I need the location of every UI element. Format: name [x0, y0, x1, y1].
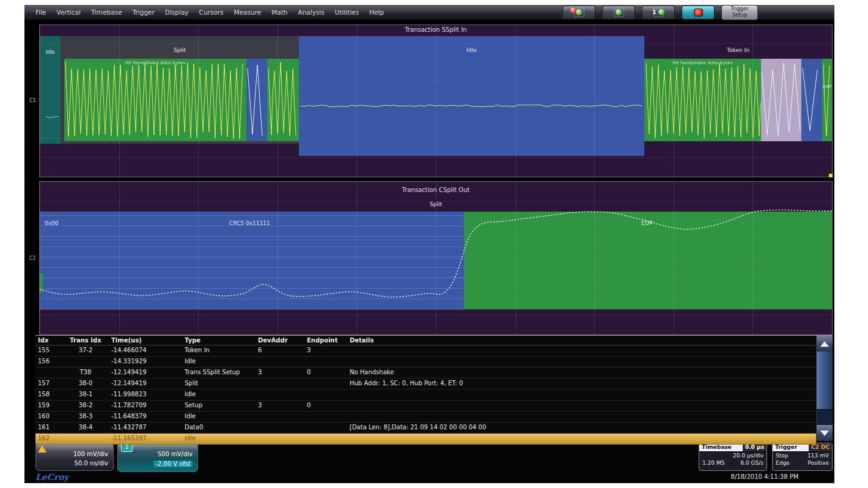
decode-table: IdxTrans IdxTime(us)TypeDevAddrEndpointD… — [35, 335, 833, 441]
region-label: EOP — [641, 220, 652, 226]
table-cell: 0 — [307, 368, 311, 377]
menu-bar: FileVerticalTimebaseTriggerDisplayCursor… — [24, 5, 834, 20]
single-one-icon: 1 — [652, 9, 656, 15]
scroll-up-button[interactable] — [817, 336, 833, 352]
channel-c1-descriptor[interactable]: 100 mV/div 50.0 ns/div — [35, 443, 114, 471]
waveform-start-marker — [40, 273, 43, 293]
timebase-rate: 6.0 GS/s — [740, 460, 763, 467]
table-cell: 3 — [258, 401, 262, 410]
table-header-cell: Trans Idx — [66, 336, 105, 346]
table-cell: No Handshake — [350, 368, 394, 377]
scrollbar-thumb[interactable] — [817, 352, 833, 410]
trigger-type: Edge — [776, 460, 790, 467]
menu-item-analysis[interactable]: Analysis — [298, 9, 324, 16]
arrow-down-icon — [820, 431, 829, 436]
table-cell: -11.165397 — [111, 434, 147, 443]
menu-item-trigger[interactable]: Trigger — [133, 9, 155, 16]
trigger-time-marker — [829, 174, 833, 177]
table-cell: -11.432787 — [111, 423, 147, 432]
region-idle-mid: Idle — [299, 36, 644, 156]
scroll-down-button[interactable] — [817, 425, 833, 441]
table-cell: 37-2 — [66, 346, 105, 355]
table-cell: 38-1 — [66, 390, 105, 399]
region-handshake-data-left2 — [267, 59, 299, 141]
table-cell: 156 — [38, 357, 50, 366]
trigger-mode-row: Stop 113 mV — [773, 452, 832, 459]
table-scrollbar[interactable] — [816, 336, 833, 441]
crc-label: CRC5 0x11111 — [229, 220, 270, 226]
arrow-up-icon — [820, 341, 829, 347]
table-cell: 159 — [38, 401, 50, 410]
timebase-perdiv: 20.0 µs/div — [733, 453, 763, 459]
menu-item-math[interactable]: Math — [271, 9, 287, 16]
table-cell: -11.998823 — [111, 390, 147, 399]
table-header-cell: Idx — [38, 336, 48, 346]
menu-item-cursors[interactable]: Cursors — [199, 9, 224, 16]
table-header-cell: DevAddr — [258, 336, 288, 346]
table-cell: 157 — [38, 379, 50, 388]
table-cell: -11.782709 — [111, 401, 147, 410]
region-handshake-data-right: HS handshake data bytes — [644, 59, 761, 141]
table-row[interactable]: T38-12.149419Trans SSplit Setup30No Hand… — [35, 368, 816, 379]
timebase-box[interactable]: Timebase 0.0 µs 20.0 µs/div 1.20 MS 6.0 … — [699, 443, 767, 471]
c2-vdiv-value: 500 mV/div — [158, 451, 193, 457]
region-handshake-data-left: HS handshake data bytes — [64, 59, 246, 141]
channel-c2-descriptor[interactable]: 2 500 mV/div -2.00 V ofst — [117, 440, 198, 472]
menu-item-help[interactable]: Help — [369, 9, 384, 16]
table-header-cell: Time(us) — [111, 336, 142, 346]
table-cell: -14.331929 — [111, 357, 147, 366]
table-cell: 162 — [38, 434, 50, 443]
menu-item-timebase[interactable]: Timebase — [91, 9, 122, 16]
trigger-box[interactable]: Trigger C2 DC Stop 113 mV Edge Positive — [772, 443, 833, 471]
trigger-setup-button[interactable]: Trigger Setup — [721, 5, 758, 20]
panel-title: Transaction CSplit Out — [40, 187, 832, 193]
stop-icon — [694, 9, 703, 17]
table-cell: Trans SSplit Setup — [185, 368, 240, 377]
table-row[interactable]: 156-14.331929Idle — [35, 357, 816, 368]
table-cell: Idle — [185, 412, 196, 421]
c2-icon: 2 — [121, 443, 133, 452]
table-row[interactable]: 162-11.165397Idle — [35, 434, 816, 445]
table-cell: -14.466074 — [111, 346, 147, 355]
auto-trigger-button[interactable] — [562, 6, 595, 20]
single-trigger-button[interactable]: 1 — [642, 6, 675, 20]
region-label: EOP — [822, 84, 832, 89]
timebase-sampling-row: 1.20 MS 6.0 GS/s — [699, 459, 767, 467]
table-cell: 6 — [258, 346, 262, 355]
table-header-cell: Endpoint — [307, 336, 337, 346]
region-idle-left: Idle — [40, 36, 61, 144]
menu-item-vertical[interactable]: Vertical — [57, 9, 81, 16]
table-cell: Hub Addr: 1, SC: 0, Hub Port: 4, ET: 0 — [350, 379, 463, 388]
table-cell: Idle — [185, 390, 196, 399]
table-row[interactable]: 15738-0-12.149419SplitHub Addr: 1, SC: 0… — [35, 379, 816, 390]
table-cell: 155 — [38, 346, 50, 355]
menu-item-utilities[interactable]: Utilities — [335, 9, 359, 16]
panel-title: Transaction SSplit In — [40, 26, 832, 33]
c1-vdiv-value: 100 mV/div — [73, 451, 108, 457]
table-cell: -11.648379 — [111, 412, 147, 421]
region-label: Split — [61, 47, 299, 53]
trigger-mode: Stop — [776, 453, 788, 459]
menu-item-display[interactable]: Display — [165, 9, 189, 16]
table-cell: 38-4 — [66, 423, 105, 432]
c1-tdiv-value: 50.0 ns/div — [75, 460, 108, 467]
table-row[interactable]: 15838-1-11.998823Idle — [35, 390, 816, 401]
trigger-slope: Positive — [807, 460, 829, 467]
stop-trigger-button[interactable] — [682, 6, 715, 20]
decode-panel-csplit-out: Transaction CSplit Out Split 0x00 CRC5 0… — [39, 181, 833, 335]
timebase-perdiv-row: 20.0 µs/div — [699, 452, 767, 459]
table-row[interactable]: 16138-4-11.432787Data0[Data Len: 8],Data… — [35, 423, 816, 434]
table-row[interactable]: 16038-3-11.648379Idle — [35, 412, 816, 423]
green-ball-icon — [616, 9, 622, 15]
normal-trigger-button[interactable] — [602, 6, 635, 20]
datetime-stamp: 8/18/2010 4:11:38 PM — [697, 473, 833, 480]
table-row[interactable]: 15537-2-14.466074Token In63 — [35, 346, 816, 357]
region-label: Idle — [40, 50, 61, 55]
trigger-level: 113 mV — [807, 453, 829, 459]
table-cell: 161 — [38, 423, 50, 432]
table-header-cell: Details — [350, 336, 373, 346]
menu-item-measure[interactable]: Measure — [234, 9, 262, 16]
table-row[interactable]: 15938-2-11.782709Setup30 — [35, 401, 816, 412]
table-cell: 158 — [38, 390, 50, 399]
menu-item-file[interactable]: File — [35, 9, 46, 16]
